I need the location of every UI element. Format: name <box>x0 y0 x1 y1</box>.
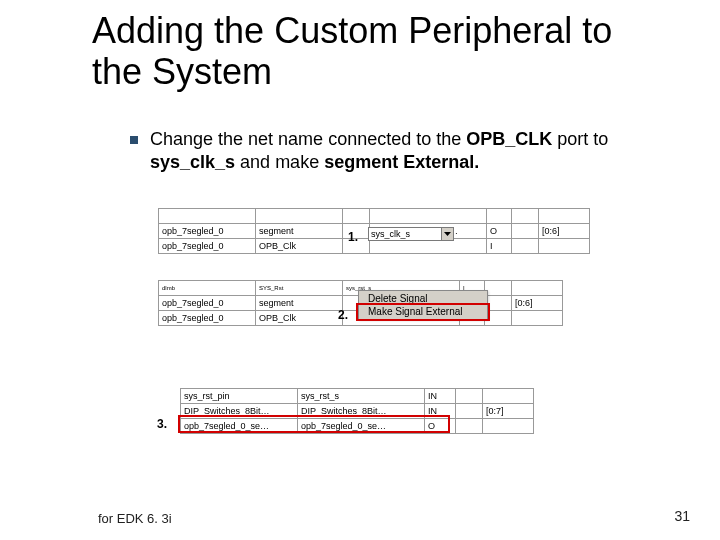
slide: Adding the Custom Peripheral to the Syst… <box>0 0 720 540</box>
menu-item-delete-signal[interactable]: Delete Signal <box>360 292 486 305</box>
cell-net[interactable]: DIP_Switches_8Bit… <box>298 404 425 419</box>
cell <box>539 209 590 224</box>
cell <box>370 209 487 224</box>
bullet-text-c: and make <box>235 152 324 172</box>
cell <box>159 209 256 224</box>
cell-net[interactable]: opb_7segled_0_se… <box>298 419 425 434</box>
cell-port: OPB_Clk <box>256 239 343 254</box>
step-1-label: 1. <box>348 230 358 244</box>
cell <box>512 224 539 239</box>
cell-net[interactable]: sys_rst_s <box>298 389 425 404</box>
cell-port: OPB_Clk <box>256 311 343 326</box>
cell <box>512 209 539 224</box>
bullet-strong-3: segment External. <box>324 152 479 172</box>
bullet-text-b: port to <box>552 129 608 149</box>
menu-item-make-external[interactable]: Make Signal External <box>360 305 486 318</box>
table-row[interactable]: opb_7segled_0_se… opb_7segled_0_se… O <box>181 419 534 434</box>
cell-instance: opb_7segled_0 <box>159 239 256 254</box>
dropdown-arrow-icon[interactable] <box>441 228 453 240</box>
slide-title: Adding the Custom Peripheral to the Syst… <box>92 10 672 93</box>
cell-direction: IN <box>425 404 456 419</box>
bullet-row: Change the net name connected to the OPB… <box>130 128 650 175</box>
bullet-text: Change the net name connected to the OPB… <box>150 128 650 175</box>
cell-range: [0:7] <box>483 404 534 419</box>
step1-table: opb_7segled_0 segment opb_7segled_0_se… … <box>158 208 627 254</box>
cell <box>456 389 483 404</box>
cell-direction: O <box>425 419 456 434</box>
cell <box>485 296 512 311</box>
cell <box>343 209 370 224</box>
cell-direction: I <box>487 239 512 254</box>
cell <box>590 239 627 254</box>
svg-marker-0 <box>444 232 451 236</box>
cell-instance: opb_7segled_0 <box>159 311 256 326</box>
cell <box>590 209 627 224</box>
cell: SYS_Rst <box>256 281 343 296</box>
page-number: 31 <box>674 508 690 524</box>
cell: dlmb <box>159 281 256 296</box>
net-name-input[interactable] <box>369 228 441 240</box>
cell-port: segment <box>256 224 343 239</box>
cell-direction: O <box>487 224 512 239</box>
step3-table: sys_rst_pin sys_rst_s IN DIP_Switches_8B… <box>180 388 534 434</box>
step-3-label: 3. <box>157 417 167 431</box>
cell <box>590 224 627 239</box>
cell <box>456 419 483 434</box>
cell-instance: opb_7segled_0 <box>159 224 256 239</box>
cell <box>456 404 483 419</box>
table-row <box>159 209 627 224</box>
cell-direction: IN <box>425 389 456 404</box>
cell <box>256 209 343 224</box>
cell-name: DIP_Switches_8Bit… <box>181 404 298 419</box>
step-2-label: 2. <box>338 308 348 322</box>
bullet-strong-1: OPB_CLK <box>466 129 552 149</box>
cell-instance: opb_7segled_0 <box>159 296 256 311</box>
cell-range <box>539 239 590 254</box>
cell <box>485 311 512 326</box>
cell <box>487 209 512 224</box>
cell-port: segment <box>256 296 343 311</box>
net-name-combobox[interactable] <box>368 227 454 241</box>
cell-range: [0:6] <box>512 296 563 311</box>
cell-range <box>512 311 563 326</box>
cell <box>485 281 512 296</box>
footer-note: for EDK 6. 3i <box>98 511 172 526</box>
external-ports-table: sys_rst_pin sys_rst_s IN DIP_Switches_8B… <box>180 388 534 434</box>
cell-range: [0:6] <box>539 224 590 239</box>
cell <box>512 239 539 254</box>
cell <box>512 281 563 296</box>
context-menu[interactable]: Delete Signal Make Signal External <box>358 290 488 320</box>
cell-range <box>483 389 534 404</box>
step2-table: dlmb SYS_Rst sys_rst_s I opb_7segled_0 s… <box>158 280 563 326</box>
bullet-text-a: Change the net name connected to the <box>150 129 466 149</box>
cell-range <box>483 419 534 434</box>
bullet-strong-2: sys_clk_s <box>150 152 235 172</box>
table-row[interactable]: DIP_Switches_8Bit… DIP_Switches_8Bit… IN… <box>181 404 534 419</box>
table-row[interactable]: sys_rst_pin sys_rst_s IN <box>181 389 534 404</box>
cell-name: opb_7segled_0_se… <box>181 419 298 434</box>
bullet-icon <box>130 136 138 144</box>
cell-name: sys_rst_pin <box>181 389 298 404</box>
